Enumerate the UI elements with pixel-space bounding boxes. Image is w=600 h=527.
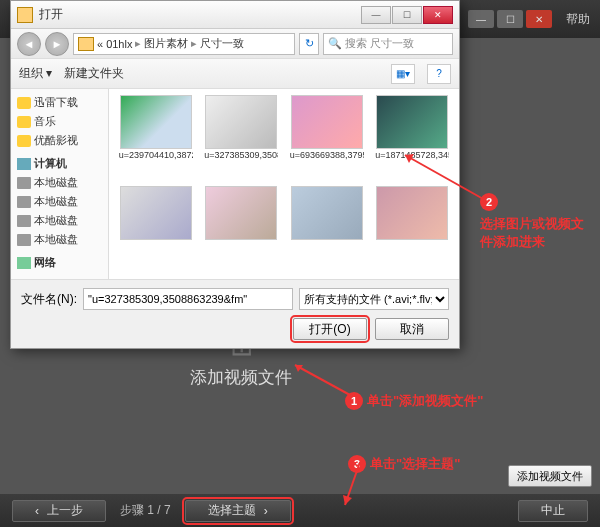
sidebar-item-download[interactable]: 迅雷下载: [11, 93, 108, 112]
step-bar: ‹ 上一步 步骤 1 / 7 选择主题 › 中止: [0, 493, 600, 527]
sidebar-item-computer[interactable]: 计算机: [11, 154, 108, 173]
sidebar-item-disk[interactable]: 本地磁盘: [11, 230, 108, 249]
file-type-select[interactable]: 所有支持的文件 (*.avi;*.flv;*.26 ▾: [299, 288, 449, 310]
file-item[interactable]: [372, 186, 454, 273]
sidebar-item-network[interactable]: 网络: [11, 253, 108, 272]
help-link[interactable]: 帮助: [566, 11, 590, 28]
file-item[interactable]: [286, 186, 368, 273]
organize-menu[interactable]: 组织 ▾: [19, 65, 52, 82]
folder-icon: [78, 37, 94, 51]
cancel-button[interactable]: 取消: [375, 318, 449, 340]
new-folder-button[interactable]: 新建文件夹: [64, 65, 124, 82]
add-video-button[interactable]: 添加视频文件: [508, 465, 592, 487]
annotation-1: 1单击"添加视频文件": [345, 392, 483, 410]
filename-label: 文件名(N):: [21, 291, 77, 308]
sidebar: 迅雷下载 音乐 优酷影视 计算机 本地磁盘 本地磁盘 本地磁盘 本地磁盘 网络: [11, 89, 109, 279]
refresh-button[interactable]: ↻: [299, 33, 319, 55]
open-file-dialog: 打开 — ☐ ✕ ◄ ► « 01hlx▸ 图片素材▸ 尺寸一致 ↻ 🔍搜索 尺…: [10, 0, 460, 349]
annotation-3: 3单击"选择主题": [348, 455, 460, 473]
folder-icon: [17, 7, 33, 23]
search-input[interactable]: 🔍搜索 尺寸一致: [323, 33, 453, 55]
breadcrumb[interactable]: « 01hlx▸ 图片素材▸ 尺寸一致: [73, 33, 295, 55]
prev-step-button[interactable]: ‹ 上一步: [12, 500, 106, 522]
sidebar-item-video[interactable]: 优酷影视: [11, 131, 108, 150]
sidebar-item-disk[interactable]: 本地磁盘: [11, 211, 108, 230]
file-item[interactable]: [115, 186, 197, 273]
dialog-maximize-button[interactable]: ☐: [392, 6, 422, 24]
dialog-toolbar: 组织 ▾ 新建文件夹 ▦▾ ?: [11, 59, 459, 89]
dialog-minimize-button[interactable]: —: [361, 6, 391, 24]
file-grid: u=239704410,3872980824&fm=27&gp=0.jpg u=…: [109, 89, 459, 279]
dialog-bottom-bar: 文件名(N): 所有支持的文件 (*.avi;*.flv;*.26 ▾ 打开(O…: [11, 279, 459, 348]
file-item[interactable]: u=327385309,3508863239&fm=27&gp=0.jpg: [201, 95, 283, 182]
file-item[interactable]: [201, 186, 283, 273]
sidebar-item-music[interactable]: 音乐: [11, 112, 108, 131]
search-icon: 🔍: [328, 37, 342, 50]
dialog-title: 打开: [39, 6, 361, 23]
app-window-controls: — ☐ ✕: [468, 10, 552, 28]
address-bar: ◄ ► « 01hlx▸ 图片素材▸ 尺寸一致 ↻ 🔍搜索 尺寸一致: [11, 29, 459, 59]
annotation-2: 2选择图片或视频文件添加进来: [480, 193, 590, 251]
filename-input[interactable]: [83, 288, 293, 310]
sidebar-item-disk[interactable]: 本地磁盘: [11, 192, 108, 211]
close-button[interactable]: ✕: [526, 10, 552, 28]
step-indicator: 步骤 1 / 7: [120, 502, 171, 519]
maximize-button[interactable]: ☐: [497, 10, 523, 28]
abort-button[interactable]: 中止: [518, 500, 588, 522]
open-button[interactable]: 打开(O): [293, 318, 367, 340]
minimize-button[interactable]: —: [468, 10, 494, 28]
help-button[interactable]: ?: [427, 64, 451, 84]
add-video-label: 添加视频文件: [190, 366, 292, 389]
dialog-titlebar: 打开 — ☐ ✕: [11, 1, 459, 29]
nav-forward-button[interactable]: ►: [45, 32, 69, 56]
file-item[interactable]: u=1871485728,3453263235&fm=27&gp=0.jpg: [372, 95, 454, 182]
nav-back-button[interactable]: ◄: [17, 32, 41, 56]
file-item[interactable]: u=239704410,3872980824&fm=27&gp=0.jpg: [115, 95, 197, 182]
sidebar-item-disk[interactable]: 本地磁盘: [11, 173, 108, 192]
dialog-close-button[interactable]: ✕: [423, 6, 453, 24]
view-mode-button[interactable]: ▦▾: [391, 64, 415, 84]
select-theme-button[interactable]: 选择主题 ›: [185, 500, 291, 522]
file-item[interactable]: u=693669388,3795366545&fm=27&gp=0.jpg: [286, 95, 368, 182]
